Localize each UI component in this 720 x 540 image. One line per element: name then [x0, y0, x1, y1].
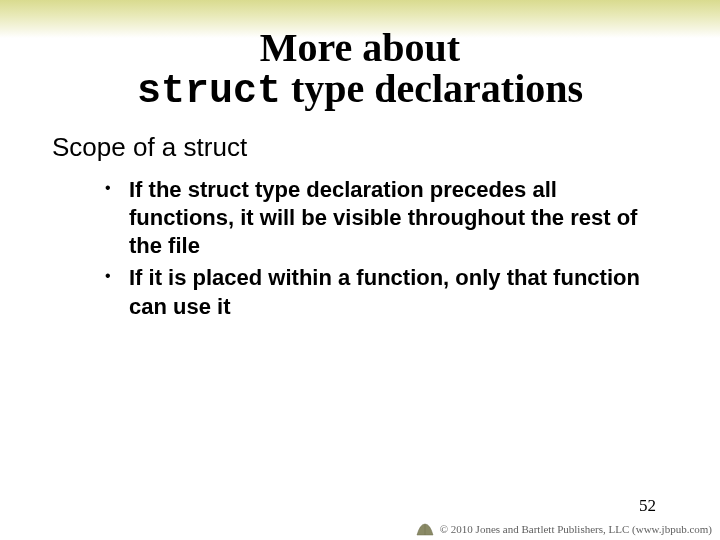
- footer-credit: © 2010 Jones and Bartlett Publishers, LL…: [416, 522, 712, 536]
- title-struct-keyword: struct: [137, 69, 281, 114]
- list-item: If the struct type declaration precedes …: [105, 176, 660, 260]
- title-line-2-rest: type declarations: [281, 66, 583, 111]
- slide-title: More about struct type declarations: [0, 28, 720, 113]
- title-line-2: struct type declarations: [0, 68, 720, 113]
- bullet-list: If the struct type declaration precedes …: [105, 176, 660, 325]
- footer-credit-text: © 2010 Jones and Bartlett Publishers, LL…: [440, 523, 712, 535]
- publisher-logo-icon: [416, 522, 434, 536]
- page-number: 52: [639, 496, 656, 516]
- list-item: If it is placed within a function, only …: [105, 264, 660, 320]
- title-line-1: More about: [0, 28, 720, 68]
- subheading: Scope of a struct: [52, 132, 247, 163]
